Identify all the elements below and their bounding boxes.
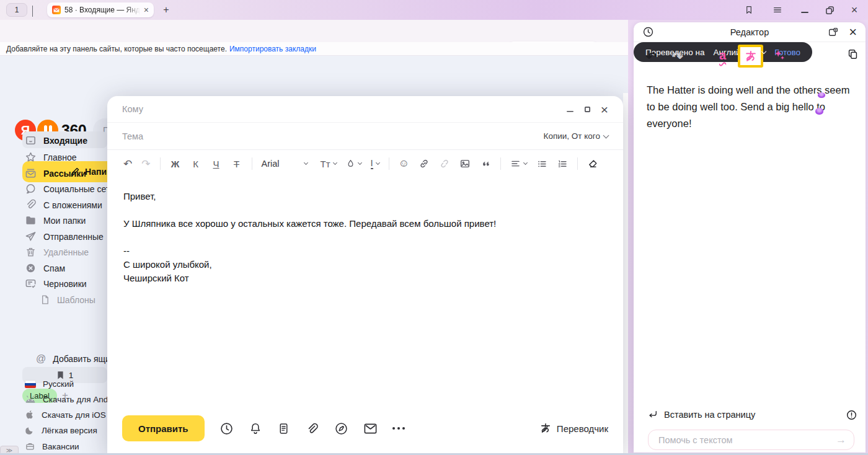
footer-vacancies-link[interactable]: Вакансии bbox=[22, 439, 79, 454]
compose-expand-icon[interactable] bbox=[584, 106, 591, 113]
info-alert-icon[interactable] bbox=[846, 409, 857, 421]
ai-sparkles-icon[interactable] bbox=[773, 48, 786, 62]
undo-icon[interactable]: ↶ bbox=[123, 157, 132, 170]
cc-from-toggle[interactable]: Копии, От кого bbox=[544, 131, 608, 141]
sidebar-item-sent[interactable]: Отправленные bbox=[22, 229, 122, 244]
android-icon bbox=[25, 395, 36, 404]
compose-close-icon[interactable]: × bbox=[601, 103, 608, 116]
sidebar-item-social[interactable]: Социальные сети bbox=[22, 181, 122, 197]
cursor-marker-icon bbox=[815, 108, 823, 115]
emoji-icon[interactable]: ☺ bbox=[399, 157, 409, 170]
add-mailbox-link[interactable]: @ Добавить ящик bbox=[22, 351, 114, 366]
strikethrough-button[interactable]: Т bbox=[231, 159, 242, 169]
sidebar-item-newsletters[interactable]: Рассылки bbox=[22, 166, 122, 181]
panel-undo-icon[interactable]: ↶ bbox=[646, 50, 657, 64]
sidebar-item-templates[interactable]: Шаблоны bbox=[22, 292, 122, 307]
quote-icon[interactable] bbox=[480, 158, 491, 169]
more-send-options-icon[interactable] bbox=[392, 427, 405, 430]
tab-group-counter[interactable]: 1 bbox=[6, 3, 27, 17]
sidebar-item-spam[interactable]: Спам bbox=[22, 260, 122, 276]
browser-menu-icon[interactable] bbox=[770, 4, 785, 16]
eraser-icon[interactable] bbox=[587, 158, 598, 169]
sidebar-item-drafts[interactable]: Черновики bbox=[22, 276, 122, 291]
inbox-icon bbox=[25, 135, 37, 146]
side-panel-toggle-icon[interactable] bbox=[742, 4, 756, 16]
tab-list-chevron-icon[interactable] bbox=[32, 6, 33, 17]
new-tab-button[interactable]: + bbox=[160, 4, 172, 16]
link-icon[interactable] bbox=[418, 158, 430, 169]
numbered-list-icon[interactable] bbox=[557, 159, 568, 169]
font-family-select[interactable]: Arial bbox=[262, 159, 308, 169]
browser-toolbar: ← Я ↻ 58 · Входящие — Яндекс Почта mail.… bbox=[0, 20, 634, 42]
panel-close-icon[interactable]: × bbox=[849, 25, 857, 39]
italic-button[interactable]: К bbox=[190, 159, 202, 169]
paperclip-icon bbox=[25, 199, 37, 211]
postcard-icon[interactable] bbox=[363, 422, 378, 435]
panel-header: Редактор × bbox=[634, 22, 866, 42]
briefcase-icon bbox=[25, 441, 35, 451]
content-gap bbox=[623, 93, 628, 453]
align-button[interactable] bbox=[510, 159, 527, 169]
paper-plane-icon bbox=[25, 231, 37, 242]
sidebar-item-trash[interactable]: Удалённые bbox=[22, 244, 122, 260]
folder-icon bbox=[25, 214, 37, 226]
template-file-icon bbox=[40, 294, 50, 305]
text-color-button[interactable]: I bbox=[371, 158, 379, 170]
insert-return-icon bbox=[647, 409, 658, 420]
ai-prompt-input[interactable] bbox=[658, 435, 836, 445]
translator-button[interactable]: Переводчик bbox=[539, 422, 608, 435]
open-in-window-icon[interactable] bbox=[828, 27, 839, 38]
schedule-send-icon[interactable] bbox=[219, 422, 234, 436]
send-button[interactable]: Отправить bbox=[122, 415, 205, 441]
panel-redo-icon[interactable]: ↷ bbox=[672, 50, 683, 64]
ai-prompt-box[interactable]: → bbox=[648, 430, 854, 450]
spam-icon bbox=[25, 262, 37, 274]
window-close-icon[interactable]: × bbox=[847, 4, 862, 16]
redo-icon[interactable]: ↷ bbox=[141, 157, 150, 170]
tab-title: 58 · Входящие — Яндек bbox=[64, 6, 140, 14]
bullet-list-icon[interactable] bbox=[536, 159, 547, 169]
compose-minimize-icon[interactable] bbox=[566, 105, 574, 113]
copy-icon[interactable] bbox=[847, 48, 859, 60]
tab-close-icon[interactable]: × bbox=[144, 6, 149, 14]
reminder-bell-icon[interactable] bbox=[249, 422, 262, 436]
subject-label: Тема bbox=[122, 131, 143, 141]
footer-android-link[interactable]: Скачать для Andro bbox=[22, 392, 115, 407]
bold-button[interactable]: Ж bbox=[170, 159, 181, 169]
sidebar-item-main[interactable]: Главное bbox=[22, 149, 122, 165]
sidebar-item-my-folders[interactable]: Мои папки bbox=[22, 213, 122, 228]
fill-drop-icon bbox=[346, 159, 355, 169]
insert-image-icon[interactable] bbox=[459, 158, 471, 169]
submit-arrow-icon[interactable]: → bbox=[836, 434, 846, 446]
newsletters-icon bbox=[25, 167, 37, 179]
footer-light-version-link[interactable]: Лёгкая версия bbox=[22, 423, 97, 438]
compose-window: Кому × Тема Копии, От кого ↶ ↷ Ж К Ч Т A… bbox=[107, 96, 623, 454]
unlink-icon[interactable] bbox=[439, 158, 450, 169]
footer-ios-link[interactable]: Скачать для iOS bbox=[22, 407, 106, 422]
yandex-mail-favicon bbox=[52, 6, 61, 14]
window-restore-icon[interactable] bbox=[822, 4, 837, 16]
template-note-icon[interactable] bbox=[277, 422, 290, 436]
translated-text[interactable]: The Hatter is doing well and the others … bbox=[647, 82, 855, 132]
attach-from-disk-icon[interactable] bbox=[334, 422, 348, 436]
sidebar-item-inbox[interactable]: Входящие bbox=[22, 133, 122, 148]
compose-body[interactable]: Привет, У Шляпника все хорошо у остальны… bbox=[107, 177, 623, 285]
editor-side-panel: Редактор × ↶ ↷ a The Hatter is doing wel… bbox=[634, 22, 866, 453]
highlight-color-button[interactable] bbox=[346, 159, 361, 169]
attach-file-icon[interactable] bbox=[305, 422, 319, 436]
bookmarks-bar: Добавляйте на эту панель сайты, которые … bbox=[0, 42, 634, 56]
history-clock-icon[interactable] bbox=[642, 26, 654, 38]
bookmarks-import-link[interactable]: Импортировать закладки bbox=[229, 45, 316, 53]
font-size-select[interactable]: Tт bbox=[321, 159, 337, 169]
spellcheck-icon[interactable]: a bbox=[719, 48, 726, 63]
insert-to-page-button[interactable]: Вставить на страницу bbox=[647, 409, 755, 420]
compose-subject-row[interactable]: Тема Копии, От кого bbox=[107, 123, 623, 150]
sidebar-item-attachments[interactable]: С вложениями bbox=[22, 197, 122, 213]
active-tab[interactable]: 58 · Входящие — Яндек × bbox=[47, 2, 154, 17]
underline-button[interactable]: Ч bbox=[211, 159, 222, 169]
footer-language[interactable]: Русский bbox=[22, 376, 74, 391]
bookmarks-hint: Добавляйте на эту панель сайты, которые … bbox=[6, 45, 227, 53]
window-minimize-icon[interactable] bbox=[797, 4, 812, 16]
compose-to-row[interactable]: Кому × bbox=[107, 96, 623, 123]
translate-highlight-box[interactable] bbox=[738, 45, 763, 68]
